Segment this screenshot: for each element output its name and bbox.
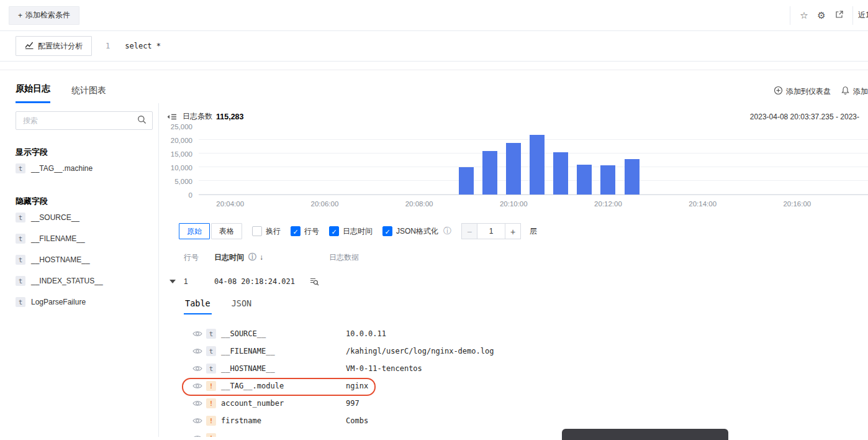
tab-statistics-chart[interactable]: 统计图表 [71,85,106,103]
time-range-selector[interactable]: 近1 [858,10,868,21]
open-in-new-icon[interactable] [830,10,848,21]
results-panel: 原始日志 统计图表 添加到仪表盘 添加 [0,70,868,437]
log-row[interactable]: 1 04-08 20:18:24.021 [159,270,868,293]
log-main-panel: 日志条数 115,283 2023-04-08 20:03:37.235 - 2… [159,103,868,437]
sidebar-field-item[interactable]: t__SOURCE__ [16,207,153,228]
x-tick-label: 20:12:00 [594,200,622,208]
field-search-input[interactable] [22,116,137,126]
eye-icon[interactable] [192,347,202,355]
view-raw-button[interactable]: 原始 [179,223,210,239]
collapse-chart-icon[interactable] [166,112,177,121]
eye-icon[interactable] [192,417,202,424]
info-icon[interactable]: ⓘ [443,226,451,237]
field-type-badge: ! [206,398,216,408]
add-search-condition-button[interactable]: + 添加检索条件 [9,6,79,25]
detail-field-value[interactable]: 997 [346,399,359,408]
wrap-checkbox[interactable]: 换行 [252,226,281,237]
detail-field-name[interactable]: account_number [221,399,346,408]
field-label: __SOURCE__ [31,213,79,222]
y-tick-label: 15,000 [171,150,192,158]
y-tick-label: 5,000 [174,178,192,185]
detail-field-value[interactable]: /kahingl/userC/log/nginx-demo.log [346,347,494,355]
view-table-button[interactable]: 表格 [211,223,242,239]
fields-sidebar: 显示字段t__TAG__.machine隐藏字段t__SOURCE__t__FI… [0,103,159,437]
context-view-icon[interactable] [309,277,319,286]
eye-icon[interactable] [192,330,202,337]
json-format-label: JSON格式化 [396,226,438,237]
collapse-row-icon[interactable] [170,280,176,283]
y-tick-label: 25,000 [171,123,192,131]
chart-yaxis: 05,00010,00015,00020,00025,000 [166,127,192,195]
field-type-badge: t [16,255,25,265]
add-to-dashboard-label: 添加到仪表盘 [786,86,831,97]
detail-field-name[interactable]: firstname [221,416,346,425]
result-tabs: 原始日志 统计图表 添加到仪表盘 添加 [0,70,868,103]
sidebar-field-item[interactable]: t__INDEX_STATUS__ [16,270,153,291]
json-format-checkbox[interactable]: JSON格式化 ⓘ [382,226,451,237]
field-type-badge: t [16,163,25,173]
chart-time-range: 2023-04-08 20:03:37.235 - 2023- [750,112,859,121]
sort-desc-icon[interactable]: ↓ [260,253,263,262]
line-number-checkbox[interactable]: 行号 [291,226,319,237]
detail-field-name[interactable]: __TAG__.module [221,382,346,390]
eye-icon[interactable] [192,434,202,437]
y-tick-label: 0 [189,191,192,199]
configure-analysis-button[interactable]: 配置统计分析 [16,36,92,56]
divider [790,6,790,25]
chart-bar[interactable] [553,152,568,195]
detail-field-value[interactable]: 10.0.0.11 [346,329,386,338]
detail-tab-json[interactable]: JSON [230,297,253,314]
checkbox-checked-icon [382,226,392,236]
chart-bar[interactable] [530,135,545,195]
chart-xaxis: 20:04:0020:06:0020:08:0020:10:0020:12:00… [199,200,868,210]
eye-icon[interactable] [192,382,202,390]
log-detail-panel: Table JSON t__SOURCE__10.0.0.11t__FILENA… [184,297,868,437]
detail-field-row: !account_number997 [184,395,868,412]
chart-bar[interactable] [625,159,640,195]
eye-icon[interactable] [192,365,202,372]
detail-tab-table[interactable]: Table [184,297,212,314]
chart-bar[interactable] [600,165,615,195]
query-editor[interactable]: select * [125,42,161,50]
sidebar-field-item[interactable]: t__TAG__.machine [16,158,153,179]
log-row-time: 04-08 20:18:24.021 [214,277,309,286]
add-alarm-button[interactable]: 添加 [841,86,868,97]
x-tick-label: 20:10:00 [500,200,528,208]
field-type-badge: ! [206,433,216,437]
detail-field-value[interactable]: nginx [346,382,368,390]
depth-value[interactable]: 1 [477,223,505,239]
chart-line-icon [25,41,34,51]
checkbox-checked-icon [291,226,301,236]
field-section-title: 隐藏字段 [16,196,153,207]
field-type-badge: ! [206,381,216,391]
search-icon[interactable] [137,115,147,126]
star-icon[interactable]: ☆ [795,11,813,20]
detail-field-row: !firstnameCombs [184,412,868,429]
detail-field-name[interactable]: __SOURCE__ [221,329,346,338]
detail-field-name[interactable]: __FILENAME__ [221,347,346,355]
sidebar-field-item[interactable]: t__HOSTNAME__ [16,249,153,270]
tab-raw-logs[interactable]: 原始日志 [16,83,50,103]
field-label: __FILENAME__ [31,234,85,243]
chart-bar[interactable] [577,165,592,195]
chart-bar[interactable] [506,143,521,195]
field-type-badge: t [206,346,216,356]
detail-field-name[interactable]: __HOSTNAME__ [221,364,346,373]
chart-bar[interactable] [482,151,497,195]
detail-field-value[interactable]: Combs [346,416,368,425]
chart-bar[interactable] [459,167,474,195]
detail-field-value[interactable]: VM-0-11-tencentos [346,364,422,373]
sidebar-field-item[interactable]: t__FILENAME__ [16,228,153,249]
log-time-checkbox[interactable]: 日志时间 [329,226,373,237]
y-tick-label: 10,000 [171,164,192,172]
eye-icon[interactable] [192,400,202,407]
add-to-dashboard-button[interactable]: 添加到仪表盘 [774,86,831,97]
header-log-time[interactable]: 日志时间 [214,252,244,263]
configure-analysis-label: 配置统计分析 [38,41,83,52]
gear-icon[interactable]: ⚙ [813,11,830,20]
depth-plus-button[interactable]: + [505,223,521,239]
depth-minus-button[interactable]: − [461,223,477,239]
sidebar-field-item[interactable]: tLogParseFailure [16,291,153,313]
detail-field-row: t__FILENAME__/kahingl/userC/log/nginx-de… [184,342,868,360]
info-icon[interactable]: ⓘ [248,252,256,263]
